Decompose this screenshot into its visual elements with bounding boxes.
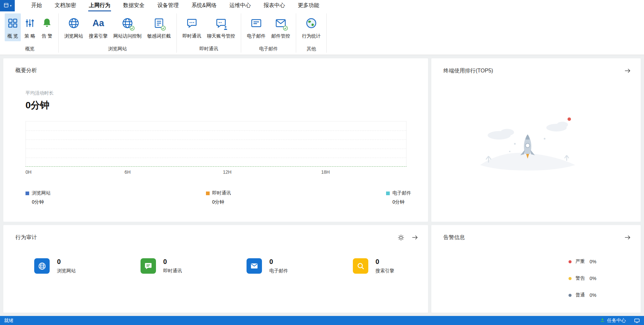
app-window-icon [3, 2, 9, 9]
search-icon [353, 258, 368, 274]
ribbon-btn-web-access-control[interactable]: 网站访问控制 [111, 13, 144, 41]
statusbar: 就绪 任务中心 [0, 316, 644, 325]
document-check-icon [153, 16, 165, 30]
ribbon-btn-email[interactable]: 电子邮件 [245, 13, 268, 41]
legend-swatch [206, 192, 210, 195]
stat-label: 搜索引擎 [376, 268, 394, 274]
gridline [26, 149, 406, 149]
monitor-icon[interactable] [634, 318, 640, 324]
sliders-icon [24, 16, 36, 30]
gridline [26, 158, 406, 158]
gridline [26, 140, 406, 140]
menu-tab-data-security[interactable]: 数据安全 [122, 0, 145, 11]
ribbon-btn-label: 策 略 [24, 33, 35, 39]
arrow-right-icon[interactable] [624, 234, 631, 241]
ribbon-group-label: 概览 [1, 45, 58, 55]
behavior-audit-card: 行为审计 0 浏览网站 [3, 225, 428, 313]
gear-icon[interactable] [397, 234, 405, 241]
menu-tab-start[interactable]: 开始 [31, 0, 43, 11]
arrow-right-icon[interactable] [624, 67, 631, 74]
ribbon-btn-policy[interactable]: 策 略 [22, 13, 38, 41]
stat-label: 即时通讯 [163, 268, 182, 274]
chat-icon [186, 16, 198, 30]
menu-tab-report-center[interactable]: 报表中心 [263, 0, 286, 11]
bell-icon [41, 16, 53, 30]
ribbon-btn-instant-messaging[interactable]: 即时通讯 [180, 13, 204, 41]
avg-activity-duration-label: 平均活动时长 [25, 90, 428, 96]
menu-tab-more-features[interactable]: 更多功能 [297, 0, 320, 11]
alerts-card-title: 告警信息 [443, 234, 465, 241]
summary-card-title: 概要分析 [15, 67, 37, 74]
stat-search-engine[interactable]: 0 搜索引擎 [322, 258, 428, 274]
ribbon-btn-label: 浏览网站 [64, 33, 83, 39]
legend-item-im[interactable]: 即时通讯 0分钟 [206, 190, 231, 205]
alert-level-critical[interactable]: 严重 0% [569, 259, 596, 265]
legend-item-web[interactable]: 浏览网站 0分钟 [25, 190, 51, 205]
chevron-down-icon: ▾ [10, 4, 12, 7]
stat-value: 0 [376, 258, 394, 266]
alert-level-value: 0% [590, 259, 596, 264]
ribbon-group-other: 行为统计 其他 [296, 11, 326, 55]
ribbon-btn-label: 敏感词拦截 [147, 33, 171, 39]
top5-card-title: 终端使用排行(TOP5) [443, 67, 493, 74]
stat-web-browsing[interactable]: 0 浏览网站 [3, 258, 110, 274]
globe-stats-icon [305, 16, 317, 30]
ribbon-group-label: 即时通讯 [177, 45, 241, 55]
mail-check-icon [275, 16, 287, 30]
arrow-right-icon[interactable] [411, 234, 419, 241]
legend-value: 0分钟 [392, 199, 411, 205]
ribbon-btn-label: 概 览 [7, 33, 18, 39]
chat-user-icon [215, 16, 227, 30]
stat-value: 0 [57, 258, 76, 266]
menu-tab-internet-behavior[interactable]: 上网行为 [88, 0, 111, 11]
alert-info-card: 告警信息 严重 0% 警告 0% 普通 0% [431, 225, 641, 313]
menu-tab-system-network[interactable]: 系统&网络 [191, 0, 217, 11]
ribbon-btn-search-engine[interactable]: Aa 搜索引擎 [87, 13, 110, 41]
task-center-button[interactable]: 任务中心 [600, 317, 626, 324]
download-icon [600, 317, 605, 324]
x-tick: 18H [321, 169, 330, 175]
app-menu-button[interactable]: ▾ [0, 0, 15, 11]
alert-level-value: 0% [590, 292, 596, 298]
stat-email[interactable]: 0 电子邮件 [216, 258, 322, 274]
ribbon-group-web-browsing: 浏览网站 Aa 搜索引擎 网站访问控制 敏感词拦截 浏览网站 [59, 11, 176, 55]
ribbon-btn-alert[interactable]: 告 警 [39, 13, 55, 41]
mail-icon [247, 258, 262, 274]
alert-dot [569, 260, 572, 263]
avg-activity-duration-value: 0分钟 [25, 99, 428, 112]
dashboard: 概要分析 平均活动时长 0分钟 0H 6H 12H 18H 浏览网站 0分钟 [0, 55, 644, 316]
legend-swatch [386, 192, 390, 195]
summary-analysis-card: 概要分析 平均活动时长 0分钟 0H 6H 12H 18H 浏览网站 0分钟 [3, 58, 428, 222]
menu-tab-doc-encryption[interactable]: 文档加密 [54, 0, 77, 11]
ribbon-btn-browse-website[interactable]: 浏览网站 [62, 13, 86, 41]
stat-label: 浏览网站 [57, 268, 76, 274]
legend-item-email[interactable]: 电子邮件 0分钟 [386, 190, 411, 205]
status-ready-text: 就绪 [4, 318, 13, 324]
ribbon-btn-behavior-stats[interactable]: 行为统计 [300, 13, 323, 41]
stat-instant-messaging[interactable]: 0 即时通讯 [110, 258, 216, 274]
menu-tab-ops-center[interactable]: 运维中心 [229, 0, 252, 11]
x-tick: 12H [223, 169, 231, 175]
menu-tab-device-management[interactable]: 设备管理 [157, 0, 179, 11]
ribbon-group-overview: 概 览 策 略 告 警 概览 [1, 11, 58, 55]
stat-label: 电子邮件 [269, 268, 288, 274]
alert-level-label: 普通 [576, 292, 585, 298]
font-icon: Aa [93, 16, 104, 30]
x-tick: 6H [124, 169, 130, 175]
ribbon-btn-overview[interactable]: 概 览 [5, 13, 21, 41]
legend-swatch [25, 192, 29, 195]
chart-baseline [25, 166, 407, 167]
alert-level-warning[interactable]: 警告 0% [569, 275, 596, 281]
ribbon: 概 览 策 略 告 警 概览 浏览网站 [0, 11, 644, 55]
ribbon-btn-label: 行为统计 [302, 33, 321, 39]
alert-level-label: 严重 [576, 259, 585, 265]
ribbon-btn-label: 网站访问控制 [113, 33, 142, 39]
ribbon-btn-sensitive-word-block[interactable]: 敏感词拦截 [145, 13, 173, 41]
ribbon-btn-chat-account-control[interactable]: 聊天账号管控 [205, 13, 237, 41]
alert-level-value: 0% [590, 276, 596, 281]
ribbon-btn-mail-control[interactable]: 邮件管控 [269, 13, 292, 41]
legend-value: 0分钟 [32, 199, 51, 205]
globe-icon [68, 16, 80, 30]
ribbon-btn-label: 电子邮件 [247, 33, 266, 39]
alert-level-normal[interactable]: 普通 0% [569, 292, 596, 298]
